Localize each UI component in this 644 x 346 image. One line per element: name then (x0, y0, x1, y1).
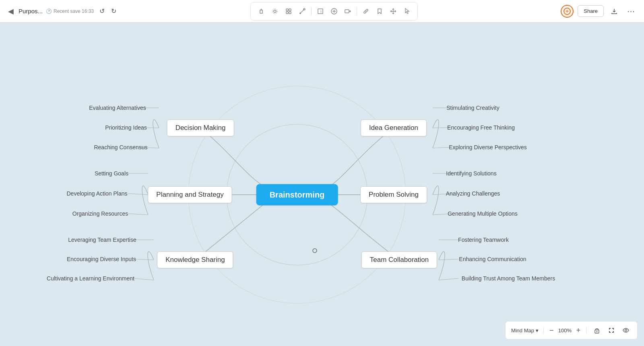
svg-line-29 (133, 278, 154, 280)
select-tool-icon[interactable] (268, 5, 281, 18)
brand-logo (561, 5, 574, 18)
branch-node-box: Problem Solving (360, 186, 427, 203)
leaf-generating-multiple-options: Generating Multiple Options (448, 210, 518, 217)
frame-tool-icon[interactable]: 1 (314, 5, 327, 18)
toolbar-separator-1 (311, 7, 312, 15)
bottombar: Mind Map ▾ − 100% + (505, 321, 638, 340)
center-node[interactable]: Brainstorming (256, 184, 338, 206)
undo-redo-group: ↺ ↻ (97, 6, 119, 16)
topbar-right: Share ··· (549, 5, 638, 18)
move-tool-icon[interactable] (387, 5, 400, 18)
leaf-building-trust: Building Trust Among Team Members (462, 275, 555, 282)
svg-rect-5 (289, 12, 291, 14)
svg-point-1 (272, 9, 277, 14)
svg-text:1: 1 (320, 10, 322, 13)
redo-button[interactable]: ↻ (109, 6, 119, 16)
leaf-fostering-teamwork: Fostering Teamwork (458, 237, 509, 243)
link-tool-icon[interactable] (359, 5, 372, 18)
svg-line-23 (128, 214, 148, 215)
document-title: Purpos... (19, 8, 43, 14)
save-icon: 🕐 (46, 8, 52, 14)
svg-line-31 (439, 259, 459, 260)
pointer-tool-icon[interactable] (400, 5, 413, 18)
leaf-prioritizing-ideas: Prioritizing Ideas (105, 124, 147, 131)
save-label: Recent save 16:33 (54, 8, 94, 14)
branch-node-box: Knowledge Sharing (157, 251, 233, 268)
bookmark-tool-icon[interactable] (373, 5, 386, 18)
branch-idea-generation[interactable]: Idea Generation (361, 119, 427, 136)
svg-rect-3 (289, 9, 291, 11)
branch-node-box: Decision Making (167, 119, 234, 136)
topbar-center: 1 (119, 2, 549, 21)
preview-button[interactable] (620, 325, 632, 336)
leaf-cultivating-learning-environment: Cultivating a Learning Environment (47, 275, 134, 282)
leaf-organizing-resources: Organizing Resources (72, 210, 128, 217)
zoom-out-button[interactable]: − (549, 326, 555, 335)
zoom-level: 100% (557, 327, 572, 334)
svg-line-22 (128, 194, 148, 195)
zoom-in-button[interactable]: + (575, 326, 581, 335)
zoom-controls: − 100% + (549, 326, 581, 335)
arrow-tool-icon[interactable] (341, 5, 354, 18)
share-button[interactable]: Share (578, 5, 604, 17)
svg-rect-4 (286, 12, 288, 14)
branch-team-collaboration[interactable]: Team Collaboration (361, 251, 437, 268)
leaf-evaluating-alternatives: Evaluating Alternatives (89, 105, 146, 111)
branch-node-box: Team Collaboration (361, 251, 437, 268)
svg-rect-2 (286, 9, 288, 11)
lock-button[interactable] (591, 325, 603, 336)
svg-point-35 (597, 331, 597, 332)
branch-node-box: Idea Generation (361, 119, 427, 136)
leaf-leveraging-team-expertise: Leveraging Team Expertise (68, 237, 136, 243)
hand-tool-icon[interactable] (255, 5, 268, 18)
leaf-encouraging-free-thinking: Encouraging Free Thinking (447, 124, 515, 131)
branch-knowledge-sharing[interactable]: Knowledge Sharing (157, 251, 233, 268)
leaf-exploring-diverse-perspectives: Exploring Diverse Perspectives (449, 144, 527, 150)
add-tool-icon[interactable] (328, 5, 341, 18)
branch-decision-making[interactable]: Decision Making (167, 119, 234, 136)
bottombar-separator-2 (586, 327, 586, 334)
toolbar-separator-2 (357, 7, 357, 15)
mode-selector[interactable]: Mind Map ▾ (511, 327, 539, 334)
topbar-left: ◀ Purpos... 🕐 Recent save 16:33 ↺ ↻ (6, 5, 119, 17)
fullscreen-button[interactable] (606, 325, 617, 336)
leaf-stimulating-creativity: Stimulating Creativity (446, 105, 500, 111)
cursor-tool-icon[interactable] (282, 5, 295, 18)
svg-point-6 (299, 12, 301, 14)
more-options-button[interactable]: ··· (625, 5, 638, 18)
leaf-setting-goals: Setting Goals (95, 170, 128, 177)
leaf-reaching-consensus: Reaching Consensus (94, 144, 147, 150)
svg-line-32 (439, 278, 459, 280)
leaf-analyzing-challenges: Analyzing Challenges (446, 190, 500, 197)
svg-point-0 (274, 10, 276, 12)
back-button[interactable]: ◀ (6, 5, 15, 17)
connect-tool-icon[interactable] (296, 5, 309, 18)
leaf-developing-action-plans: Developing Action Plans (67, 190, 128, 197)
undo-button[interactable]: ↺ (97, 6, 107, 16)
save-status: 🕐 Recent save 16:33 (46, 8, 94, 14)
svg-rect-11 (345, 10, 349, 13)
svg-line-20 (433, 147, 451, 148)
bottombar-separator (543, 327, 544, 334)
leaf-enhancing-communication: Enhancing Communication (459, 256, 526, 262)
export-button[interactable] (608, 5, 621, 18)
center-node-box: Brainstorming (256, 184, 338, 206)
branch-problem-solving[interactable]: Problem Solving (360, 186, 427, 203)
mode-label: Mind Map (511, 327, 534, 334)
canvas[interactable]: Brainstorming Decision Making Evaluating… (0, 23, 644, 346)
leaf-identifying-solutions: Identifying Solutions (446, 170, 496, 177)
topbar: ◀ Purpos... 🕐 Recent save 16:33 ↺ ↻ (0, 0, 644, 23)
branch-planning-strategy[interactable]: Planning and Strategy (148, 186, 232, 203)
toolbar: 1 (250, 2, 418, 21)
branch-node-box: Planning and Strategy (148, 186, 232, 203)
chevron-down-icon: ▾ (536, 327, 539, 334)
svg-point-36 (625, 330, 627, 332)
leaf-encouraging-diverse-inputs: Encouraging Diverse Inputs (67, 256, 136, 262)
